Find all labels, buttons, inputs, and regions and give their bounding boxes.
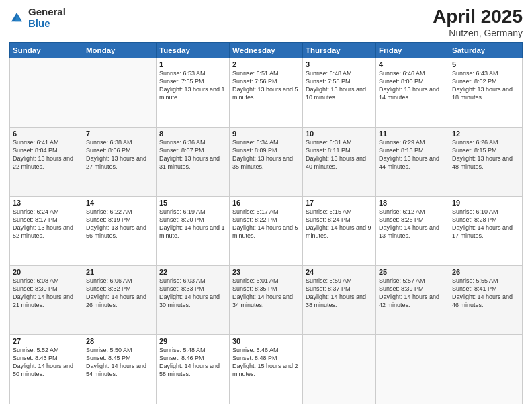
table-row bbox=[303, 334, 376, 404]
day-number: 13 bbox=[13, 199, 80, 207]
header: General Blue April 2025 Nutzen, Germany bbox=[9, 7, 523, 38]
calendar-table: Sunday Monday Tuesday Wednesday Thursday… bbox=[9, 42, 523, 404]
table-row: 20Sunrise: 6:08 AMSunset: 8:30 PMDayligh… bbox=[10, 265, 83, 334]
day-info: Sunrise: 6:43 AMSunset: 8:02 PMDaylight:… bbox=[452, 69, 519, 102]
logo-text: General Blue bbox=[28, 7, 66, 29]
day-info: Sunrise: 6:38 AMSunset: 8:06 PMDaylight:… bbox=[86, 138, 153, 171]
logo-general: General bbox=[28, 7, 66, 18]
table-row bbox=[376, 334, 449, 404]
table-row: 30Sunrise: 5:46 AMSunset: 8:48 PMDayligh… bbox=[230, 334, 303, 404]
day-info: Sunrise: 6:22 AMSunset: 8:19 PMDaylight:… bbox=[86, 208, 153, 240]
col-wednesday: Wednesday bbox=[230, 42, 303, 58]
table-row: 27Sunrise: 5:52 AMSunset: 8:43 PMDayligh… bbox=[10, 334, 83, 404]
table-row: 24Sunrise: 5:59 AMSunset: 8:37 PMDayligh… bbox=[303, 265, 376, 334]
day-number: 30 bbox=[232, 337, 300, 345]
day-number: 1 bbox=[159, 60, 226, 68]
col-friday: Friday bbox=[376, 42, 449, 58]
col-sunday: Sunday bbox=[10, 42, 83, 58]
day-number: 14 bbox=[86, 199, 153, 207]
table-row: 28Sunrise: 5:50 AMSunset: 8:45 PMDayligh… bbox=[83, 334, 157, 404]
day-number: 7 bbox=[86, 130, 153, 138]
day-number: 17 bbox=[306, 199, 373, 207]
table-row: 10Sunrise: 6:31 AMSunset: 8:11 PMDayligh… bbox=[303, 127, 376, 196]
day-info: Sunrise: 6:53 AMSunset: 7:55 PMDaylight:… bbox=[159, 69, 226, 102]
table-row: 2Sunrise: 6:51 AMSunset: 7:56 PMDaylight… bbox=[230, 58, 303, 127]
month-title: April 2025 bbox=[433, 7, 523, 28]
table-row bbox=[449, 334, 523, 404]
table-row: 7Sunrise: 6:38 AMSunset: 8:06 PMDaylight… bbox=[83, 127, 157, 196]
col-saturday: Saturday bbox=[449, 42, 523, 58]
day-info: Sunrise: 6:12 AMSunset: 8:26 PMDaylight:… bbox=[379, 208, 446, 240]
table-row: 14Sunrise: 6:22 AMSunset: 8:19 PMDayligh… bbox=[83, 196, 157, 265]
table-row: 29Sunrise: 5:48 AMSunset: 8:46 PMDayligh… bbox=[157, 334, 230, 404]
day-info: Sunrise: 6:46 AMSunset: 8:00 PMDaylight:… bbox=[379, 69, 446, 102]
day-number: 16 bbox=[232, 199, 300, 207]
day-info: Sunrise: 6:41 AMSunset: 8:04 PMDaylight:… bbox=[13, 138, 80, 171]
title-block: April 2025 Nutzen, Germany bbox=[433, 7, 523, 38]
table-row: 9Sunrise: 6:34 AMSunset: 8:09 PMDaylight… bbox=[230, 127, 303, 196]
table-row: 8Sunrise: 6:36 AMSunset: 8:07 PMDaylight… bbox=[157, 127, 230, 196]
day-number: 27 bbox=[13, 337, 80, 345]
page: General Blue April 2025 Nutzen, Germany … bbox=[0, 0, 532, 411]
day-info: Sunrise: 5:50 AMSunset: 8:45 PMDaylight:… bbox=[86, 346, 153, 379]
table-row: 5Sunrise: 6:43 AMSunset: 8:02 PMDaylight… bbox=[449, 58, 523, 127]
table-row: 26Sunrise: 5:55 AMSunset: 8:41 PMDayligh… bbox=[449, 265, 523, 334]
table-row: 3Sunrise: 6:48 AMSunset: 7:58 PMDaylight… bbox=[303, 58, 376, 127]
day-info: Sunrise: 6:19 AMSunset: 8:20 PMDaylight:… bbox=[159, 208, 226, 240]
day-number: 9 bbox=[232, 130, 300, 138]
location-subtitle: Nutzen, Germany bbox=[433, 28, 523, 38]
logo: General Blue bbox=[9, 7, 66, 29]
table-row: 17Sunrise: 6:15 AMSunset: 8:24 PMDayligh… bbox=[303, 196, 376, 265]
day-number: 10 bbox=[306, 130, 373, 138]
day-number: 20 bbox=[13, 268, 80, 276]
day-info: Sunrise: 5:57 AMSunset: 8:39 PMDaylight:… bbox=[379, 277, 446, 310]
day-info: Sunrise: 6:10 AMSunset: 8:28 PMDaylight:… bbox=[452, 208, 519, 240]
day-info: Sunrise: 6:17 AMSunset: 8:22 PMDaylight:… bbox=[232, 208, 300, 240]
day-info: Sunrise: 6:48 AMSunset: 7:58 PMDaylight:… bbox=[306, 69, 373, 102]
day-number: 19 bbox=[452, 199, 519, 207]
day-number: 3 bbox=[306, 60, 373, 68]
calendar-header-row: Sunday Monday Tuesday Wednesday Thursday… bbox=[10, 42, 523, 58]
day-number: 29 bbox=[159, 337, 226, 345]
day-number: 12 bbox=[452, 130, 519, 138]
day-number: 26 bbox=[452, 268, 519, 276]
table-row: 15Sunrise: 6:19 AMSunset: 8:20 PMDayligh… bbox=[157, 196, 230, 265]
table-row: 4Sunrise: 6:46 AMSunset: 8:00 PMDaylight… bbox=[376, 58, 449, 127]
day-number: 15 bbox=[159, 199, 226, 207]
table-row: 6Sunrise: 6:41 AMSunset: 8:04 PMDaylight… bbox=[10, 127, 83, 196]
day-info: Sunrise: 6:51 AMSunset: 7:56 PMDaylight:… bbox=[232, 69, 300, 102]
table-row: 16Sunrise: 6:17 AMSunset: 8:22 PMDayligh… bbox=[230, 196, 303, 265]
day-number: 22 bbox=[159, 268, 226, 276]
table-row: 1Sunrise: 6:53 AMSunset: 7:55 PMDaylight… bbox=[157, 58, 230, 127]
day-info: Sunrise: 6:03 AMSunset: 8:33 PMDaylight:… bbox=[159, 277, 226, 310]
col-monday: Monday bbox=[83, 42, 157, 58]
day-info: Sunrise: 6:31 AMSunset: 8:11 PMDaylight:… bbox=[306, 138, 373, 171]
table-row: 18Sunrise: 6:12 AMSunset: 8:26 PMDayligh… bbox=[376, 196, 449, 265]
day-info: Sunrise: 6:08 AMSunset: 8:30 PMDaylight:… bbox=[13, 277, 80, 310]
table-row: 21Sunrise: 6:06 AMSunset: 8:32 PMDayligh… bbox=[83, 265, 157, 334]
table-row: 25Sunrise: 5:57 AMSunset: 8:39 PMDayligh… bbox=[376, 265, 449, 334]
day-info: Sunrise: 6:01 AMSunset: 8:35 PMDaylight:… bbox=[232, 277, 300, 310]
day-info: Sunrise: 6:29 AMSunset: 8:13 PMDaylight:… bbox=[379, 138, 446, 171]
day-number: 4 bbox=[379, 60, 446, 68]
day-info: Sunrise: 6:24 AMSunset: 8:17 PMDaylight:… bbox=[13, 208, 80, 240]
day-info: Sunrise: 5:59 AMSunset: 8:37 PMDaylight:… bbox=[306, 277, 373, 310]
logo-icon bbox=[9, 11, 24, 26]
day-number: 21 bbox=[86, 268, 153, 276]
day-info: Sunrise: 5:46 AMSunset: 8:48 PMDaylight:… bbox=[232, 346, 300, 379]
day-number: 24 bbox=[306, 268, 373, 276]
day-number: 6 bbox=[13, 130, 80, 138]
col-thursday: Thursday bbox=[303, 42, 376, 58]
table-row: 12Sunrise: 6:26 AMSunset: 8:15 PMDayligh… bbox=[449, 127, 523, 196]
day-info: Sunrise: 6:36 AMSunset: 8:07 PMDaylight:… bbox=[159, 138, 226, 171]
table-row bbox=[10, 58, 83, 127]
day-number: 18 bbox=[379, 199, 446, 207]
table-row: 19Sunrise: 6:10 AMSunset: 8:28 PMDayligh… bbox=[449, 196, 523, 265]
day-info: Sunrise: 5:52 AMSunset: 8:43 PMDaylight:… bbox=[13, 346, 80, 379]
day-number: 11 bbox=[379, 130, 446, 138]
day-number: 8 bbox=[159, 130, 226, 138]
day-number: 28 bbox=[86, 337, 153, 345]
day-info: Sunrise: 6:15 AMSunset: 8:24 PMDaylight:… bbox=[306, 208, 373, 240]
table-row: 13Sunrise: 6:24 AMSunset: 8:17 PMDayligh… bbox=[10, 196, 83, 265]
col-tuesday: Tuesday bbox=[157, 42, 230, 58]
